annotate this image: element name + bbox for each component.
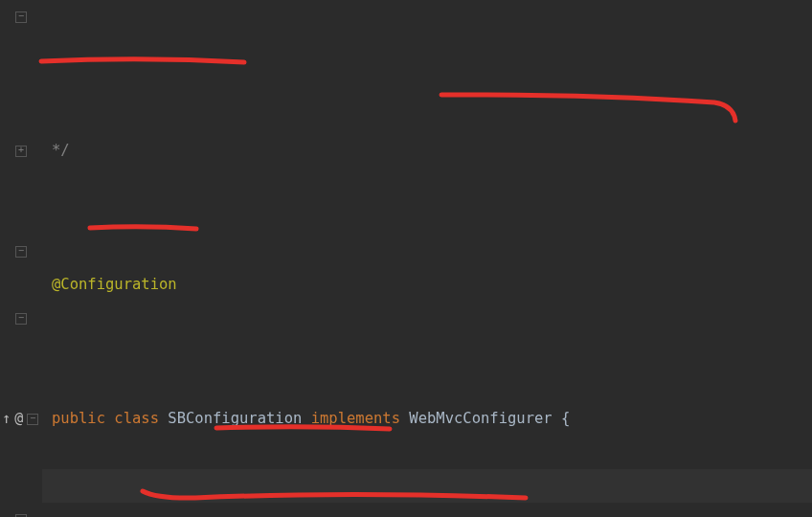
red-underline-annotation (138, 483, 530, 505)
code-line[interactable]: */ (52, 134, 812, 168)
code-line[interactable]: @Configuration (52, 268, 812, 302)
comment-end: */ (52, 142, 70, 159)
gutter-override-marker[interactable]: ↑ @ − (0, 402, 44, 436)
red-underline-annotation (38, 55, 249, 68)
implements-up-icon: ↑ (2, 402, 11, 436)
annotation-configuration: @Configuration (52, 276, 177, 293)
gutter-fold-expand[interactable]: + (0, 134, 42, 168)
code-area[interactable]: */ @Configuration public class SBConfigu… (42, 0, 812, 517)
gutter-fold-close[interactable]: − (0, 302, 42, 335)
at-icon: @ (14, 402, 23, 436)
gutter-fold-close[interactable]: − (0, 0, 42, 34)
code-line[interactable]: public class SBConfiguration implements … (52, 402, 812, 436)
red-underline-annotation (86, 222, 201, 234)
red-underline-annotation (437, 88, 743, 126)
gutter-fold-close[interactable]: − (0, 503, 42, 517)
code-editor[interactable]: − + − − ↑ @ − − */ @Configuration public… (0, 0, 812, 517)
gutter-fold-close[interactable]: − (0, 235, 42, 268)
gutter: − + − − ↑ @ − − (0, 0, 42, 517)
current-line-highlight (42, 469, 812, 503)
